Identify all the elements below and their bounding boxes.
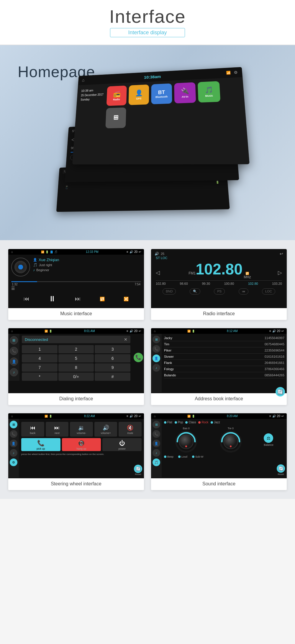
app-grid: 📻 Radio 👤 GPS BT Bluetooth 🔌 AV-in (105, 80, 242, 128)
eq-flat[interactable]: Flat (164, 421, 172, 424)
steer-next-btn[interactable]: ⏭ next (46, 422, 69, 437)
addr-name-4: Sivwer (164, 355, 174, 358)
steer-back-btn[interactable]: ⏮ back (21, 422, 44, 437)
music-icon-btn[interactable]: ♪ (10, 368, 18, 376)
prev-btn2[interactable]: ⏮ (239, 288, 248, 295)
prev-track-btn[interactable]: ⏮ (24, 295, 30, 302)
beep-dot (164, 456, 166, 458)
sound-sb-btn-3[interactable]: 👤 (153, 440, 160, 447)
steer-hangup-btn[interactable]: 📵 hang up (62, 438, 101, 451)
key-0[interactable]: 0/+ (58, 373, 94, 381)
vol-icon-r: 🔊 (155, 252, 159, 256)
steer-sb-btn-1[interactable]: ⊞ (10, 421, 17, 428)
bnd-btn2[interactable]: BND (163, 288, 176, 295)
loc-btn2[interactable]: LOC (262, 288, 275, 295)
key-4[interactable]: 4 (22, 354, 58, 362)
steer-power-btn[interactable]: ⏻ power (102, 438, 142, 451)
steer-back-icon: ↩ (139, 414, 141, 418)
subw-option[interactable]: Sub-W (192, 455, 204, 458)
steer-reset-btn[interactable]: 🔄 (134, 465, 142, 473)
key-star[interactable]: * (22, 373, 58, 381)
app-bluetooth[interactable]: BT Bluetooth (151, 83, 172, 104)
sound-status-bar: ⌂ 📶 🔋 8:20 AM ≡ 🔊 20 ↩ (151, 413, 287, 419)
steer-pickup-btn[interactable]: 📞 pick up (21, 438, 60, 451)
eq-class[interactable]: Class (185, 421, 196, 424)
flat-label: Flat (167, 421, 172, 424)
key-9[interactable]: 9 (95, 363, 130, 372)
call-circle-btn[interactable]: 📞 (134, 353, 143, 362)
app-music[interactable]: 🎵 Music (198, 81, 221, 103)
sound-sb-btn-4[interactable]: ♪ (153, 449, 160, 457)
music-status-icons: 📶 🔋 📘 🎵 (41, 251, 58, 253)
phone-icon-btn[interactable]: 📞 (10, 347, 18, 355)
key-8[interactable]: 8 (58, 363, 94, 372)
keypad-icon-btn[interactable]: ⊞ (10, 336, 18, 344)
next-track-btn[interactable]: ⏭ (75, 295, 81, 302)
steer-vol-up-label: volume+ (101, 432, 111, 435)
search-btn2[interactable]: 🔍 (190, 288, 200, 295)
radio-card-body: ST LOC ◁ FM1 102.80 🔁 MHz ▷ (155, 256, 283, 296)
shuffle-btn[interactable]: 🔀 (124, 297, 129, 301)
key-3[interactable]: 3 (95, 345, 130, 353)
bas-knob[interactable] (175, 430, 197, 453)
subw-label: Sub-W (195, 455, 204, 458)
steer-mute-btn[interactable]: 🔇 mute (119, 422, 142, 437)
steer-vol-up-btn[interactable]: 🔊 volume+ (94, 422, 117, 437)
dial-clear-btn[interactable]: ✕ (124, 337, 127, 342)
jazz-dot (211, 421, 213, 424)
dial-content: ⊞ 📞 👤 ♪ Disconnected ✕ 1 2 3 4 5 (8, 334, 144, 381)
repeat-btn[interactable]: 🔁 (100, 297, 105, 301)
eq-pop[interactable]: Pop (175, 421, 183, 424)
app-radio[interactable]: 📻 Radio (106, 85, 127, 106)
play-pause-btn[interactable]: ⏸ (48, 294, 56, 303)
eq-jazz[interactable]: Jazz (211, 421, 220, 424)
steer-hangup-symbol: 📵 (78, 440, 85, 447)
sound-sb-btn-1[interactable]: ⊞ (153, 421, 160, 428)
key-2[interactable]: 2 (58, 345, 94, 353)
addr-name-6: Fology (164, 367, 174, 371)
sound-sb-btn-5[interactable]: 🎵 (153, 458, 160, 466)
radio-next-btn[interactable]: ▷ (278, 269, 282, 276)
key-7[interactable]: 7 (22, 363, 58, 372)
steer-home-icon: ⌂ (11, 414, 13, 418)
addr-name-1: Jacky (164, 336, 172, 340)
beep-option[interactable]: Beep (164, 455, 173, 458)
key-6[interactable]: 6 (95, 354, 130, 362)
app-phone[interactable]: ⊞ (105, 108, 126, 129)
addr-screen: ⌂ 📶 🔋 8:12 AM ≡ 🔊 20 ↩ ⊞ 📞 (151, 328, 287, 393)
loud-option[interactable]: Loud (178, 455, 187, 458)
tre-knob[interactable] (219, 430, 242, 453)
sound-battery-icon: 🔋 (192, 415, 195, 418)
key-hash[interactable]: # (95, 373, 130, 381)
key-5[interactable]: 5 (58, 354, 94, 362)
contacts-icon-btn[interactable]: 👤 (10, 357, 18, 366)
addr-phone-btn[interactable]: 📞 (153, 345, 160, 353)
list-icon[interactable]: ☰ (11, 286, 15, 291)
steer-sb-btn-3[interactable]: 👤 (10, 440, 17, 447)
addr-name-3: Piker (164, 349, 171, 352)
steer-next-symbol: ⏭ (54, 425, 60, 431)
key-1[interactable]: 1 (22, 345, 58, 353)
progress-bar-bg (11, 281, 141, 282)
app-avin-label: AV-in (182, 95, 189, 98)
balance-btn[interactable]: ⚖ (264, 433, 273, 443)
steer-sb-btn-5[interactable]: ⚙ (10, 458, 17, 466)
mhz-label: MHz (244, 275, 251, 279)
steer-sb-btn-4[interactable]: ♪ (10, 449, 17, 457)
sound-reset-btn[interactable]: 🔄 (277, 464, 285, 473)
addr-music-btn[interactable]: ♪ (153, 364, 160, 372)
steer-sb-btn-2[interactable]: 📞 (10, 430, 17, 438)
sound-sb-btn-2[interactable]: 📞 (153, 430, 160, 438)
addr-refresh-btn[interactable]: 🔄 (276, 387, 285, 396)
radio-prev-btn[interactable]: ◁ (156, 269, 160, 276)
steer-vol-down-btn[interactable]: 🔉 volume- (70, 422, 93, 437)
ps-btn2[interactable]: PS (214, 288, 225, 295)
addr-keypad-btn[interactable]: ⊞ (153, 336, 160, 343)
bas-knob-svg (175, 430, 197, 453)
app-gps[interactable]: 👤 GPS (129, 84, 149, 105)
eq-rock[interactable]: Rock (198, 421, 208, 424)
addr-contacts-btn[interactable]: 👤 (153, 354, 160, 362)
app-avin[interactable]: 🔌 AV-in (174, 82, 196, 103)
sound-vol-num: 20 (277, 414, 280, 418)
station-3: 99.30 (202, 282, 210, 285)
